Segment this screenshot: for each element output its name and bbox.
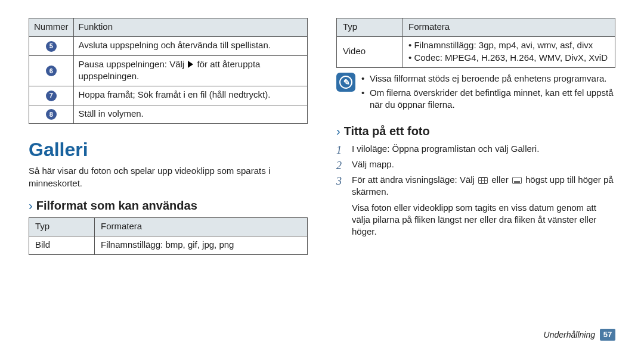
formatera-cell: Filnamnstillägg: 3gp, mp4, avi, wmv, asf… [402,37,615,68]
note-bullet: Om filerna överskrider det befintliga mi… [361,87,615,111]
note-bullet: Vissa filformat stöds ej beroende på enh… [361,73,615,85]
col-header-typ: Typ [337,18,402,37]
app-name: Galleri [511,144,537,154]
step-text: . [537,144,539,154]
function-cell: Hoppa framåt; Sök framåt i en fil (håll … [73,86,307,105]
section-intro: Så här visar du foton och spelar upp vid… [29,165,308,189]
step-item: I viloläge: Öppna programlistan och välj… [336,143,615,155]
table-row: Video Filnamnstillägg: 3gp, mp4, avi, wm… [337,37,615,68]
table-header-row: Typ Formatera [337,18,615,37]
subheading-view-photo: › Titta på ett foto [336,123,615,139]
table-header-row: Typ Formatera [29,217,308,236]
manual-page: Nummer Funktion 5 Avsluta uppspelning oc… [0,0,644,263]
step-item: För att ändra visningsläge: Välj eller h… [336,174,615,238]
note-bullets: Vissa filformat stöds ej beroende på enh… [361,73,615,114]
chevron-right-icon: › [336,125,340,137]
chevron-right-icon: › [29,200,33,211]
number-cell: 5 [29,37,74,56]
typ-cell: Bild [29,236,95,255]
number-function-table: Nummer Funktion 5 Avsluta uppspelning oc… [29,18,308,124]
format-bullet: Codec: MPEG4, H.263, H.264, WMV, DivX, X… [408,52,609,64]
col-header-formatera: Formatera [95,217,308,236]
format-bullet: Filnamnstillägg: 3gp, mp4, avi, wmv, asf… [408,39,609,51]
number-badge-icon: 8 [46,109,57,120]
number-badge-icon: 6 [46,66,57,76]
step-text: I viloläge: Öppna programlistan och välj [352,144,511,154]
format-table-left: Typ Formatera Bild Filnamnstillägg: bmp,… [29,217,308,255]
number-badge-icon: 5 [46,41,57,52]
number-cell: 6 [29,55,74,86]
table-row: 6 Pausa uppspelningen: Välj för att åter… [29,55,308,86]
step-text: För att ändra visningsläge: Välj [352,174,477,185]
steps-list: I viloläge: Öppna programlistan och välj… [336,143,615,238]
grid-view-icon [478,177,488,184]
table-row: Bild Filnamnstillägg: bmp, gif, jpg, png [29,236,308,255]
table-row: 8 Ställ in volymen. [29,105,308,124]
table-row: 5 Avsluta uppspelning och återvända till… [29,37,308,56]
page-footer: Underhållning 57 [544,329,615,341]
format-table-right: Typ Formatera Video Filnamnstillägg: 3gp… [336,18,615,68]
col-header-formatera: Formatera [402,18,615,37]
page-number-badge: 57 [600,329,615,341]
subheading-text: Filformat som kan användas [36,198,197,214]
note-icon: ✎ [336,73,355,92]
filmstrip-view-icon [512,177,522,184]
function-text: Pausa uppspelningen: Välj [79,59,187,69]
note-box: ✎ Vissa filformat stöds ej beroende på e… [336,73,615,114]
number-cell: 8 [29,105,74,124]
footer-section: Underhållning [544,329,595,341]
step-text: eller [489,174,511,185]
function-cell: Avsluta uppspelning och återvända till s… [73,37,307,56]
table-row: 7 Hoppa framåt; Sök framåt i en fil (hål… [29,86,308,105]
formatera-cell: Filnamnstillägg: bmp, gif, jpg, png [95,236,308,255]
function-cell: Ställ in volymen. [73,105,307,124]
right-column: Typ Formatera Video Filnamnstillägg: 3gp… [336,18,615,255]
subheading-file-formats: › Filformat som kan användas [29,198,308,214]
col-header-function: Funktion [73,18,307,37]
number-cell: 7 [29,86,74,105]
left-column: Nummer Funktion 5 Avsluta uppspelning oc… [29,18,308,255]
step-item: Välj mapp. [336,158,615,170]
table-header-row: Nummer Funktion [29,18,308,37]
typ-cell: Video [337,37,402,68]
col-header-number: Nummer [29,18,74,37]
col-header-typ: Typ [29,217,95,236]
subheading-text: Titta på ett foto [344,123,430,139]
step-extra: Visa foton eller videoklipp som tagits e… [352,202,615,238]
play-icon [188,61,193,68]
section-title: Galleri [29,137,308,163]
number-badge-icon: 7 [46,91,57,101]
function-cell: Pausa uppspelningen: Välj för att återup… [73,55,307,86]
